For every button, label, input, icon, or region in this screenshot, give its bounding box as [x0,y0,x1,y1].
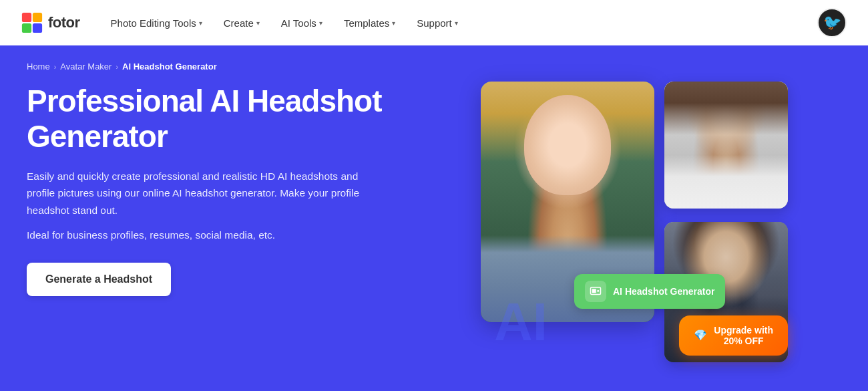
nav-item-photo-editing[interactable]: Photo Editing Tools ▾ [101,12,212,34]
upgrade-text: Upgrade with 20% OFF [714,325,773,346]
nav-label-ai-tools: AI Tools [281,17,316,29]
chevron-down-icon: ▾ [455,19,458,27]
breadcrumb-home[interactable]: Home [27,61,50,72]
nav-item-support[interactable]: Support ▾ [407,12,467,34]
ai-badge-label: AI Headshot Generator [613,286,714,297]
breadcrumb-separator-2: › [116,63,118,71]
svg-rect-2 [33,13,42,22]
image-grid: AI AI Headshot Generator 💎 Upgrade with [481,82,788,362]
right-content: AI AI Headshot Generator 💎 Upgrade with [427,45,841,391]
svg-rect-6 [592,289,596,293]
avatar[interactable]: 🐦 [817,8,847,37]
nav-item-create[interactable]: Create ▾ [214,12,269,34]
logo[interactable]: fotor [21,12,80,33]
chevron-down-icon: ▾ [256,19,260,27]
chevron-down-icon: ▾ [392,19,395,27]
svg-rect-3 [22,23,31,33]
svg-rect-1 [22,13,31,22]
chevron-down-icon: ▾ [319,19,322,27]
logo-text: fotor [48,14,80,31]
nav-item-ai-tools[interactable]: AI Tools ▾ [272,12,332,34]
upgrade-line2: 20% OFF [714,336,773,346]
jacket-overlay-2 [664,155,788,209]
left-content: Home › Avatar Maker › AI Headshot Genera… [27,45,427,296]
hair-overlay [481,82,654,162]
upgrade-badge[interactable]: 💎 Upgrade with 20% OFF [679,315,788,356]
hair-overlay-2 [664,82,788,135]
svg-rect-4 [33,23,42,33]
page-description: Easily and quickly create professional a… [27,168,361,219]
chevron-down-icon: ▾ [199,19,202,27]
ai-badge-icon [585,281,606,302]
main-content: Home › Avatar Maker › AI Headshot Genera… [0,45,868,391]
nav-label-templates: Templates [344,17,389,29]
svg-point-7 [597,289,599,291]
breadcrumb: Home › Avatar Maker › AI Headshot Genera… [27,61,427,72]
nav-label-create: Create [224,17,254,29]
breadcrumb-avatar-maker[interactable]: Avatar Maker [60,61,112,72]
diamond-icon: 💎 [694,329,707,342]
ai-headshot-badge: AI Headshot Generator [574,274,725,309]
nav-items: Photo Editing Tools ▾ Create ▾ AI Tools … [101,12,817,34]
upgrade-line1: Upgrade with [714,325,773,336]
page-title: Professional AI Headshot Generator [27,84,427,154]
nav-item-templates[interactable]: Templates ▾ [335,12,405,34]
nav-label-support: Support [417,17,452,29]
headshot-image-top-right [664,82,788,209]
generate-headshot-button[interactable]: Generate a Headshot [27,263,171,296]
ideal-text: Ideal for business profiles, resumes, so… [27,229,427,241]
navbar: fotor Photo Editing Tools ▾ Create ▾ AI … [0,0,868,45]
breadcrumb-current: AI Headshot Generator [122,61,217,72]
breadcrumb-separator-1: › [54,63,57,71]
nav-label-photo-editing: Photo Editing Tools [111,17,196,29]
